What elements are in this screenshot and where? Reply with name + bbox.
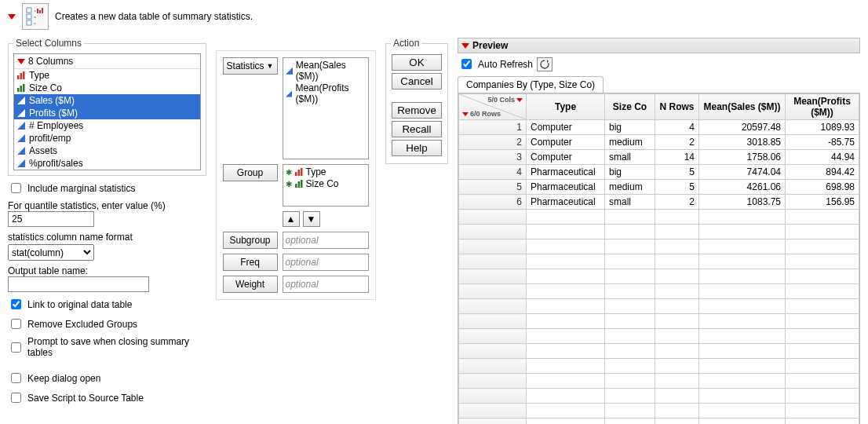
preview-table[interactable]: 5/0 Cols 6/0 Rows Type Size Co N Rows Me…: [458, 93, 859, 424]
svg-rect-11: [23, 84, 25, 92]
table-row: [459, 359, 859, 374]
keep-open-label: Keep dialog open: [27, 373, 100, 384]
weight-box[interactable]: optional: [283, 276, 369, 293]
col-header[interactable]: Mean(Sales ($M)): [699, 94, 786, 120]
quantile-input[interactable]: [8, 211, 94, 227]
save-script-label: Save Script to Source Table: [27, 393, 144, 404]
keep-open-checkbox[interactable]: [11, 373, 21, 383]
svg-marker-12: [17, 97, 25, 104]
table-row[interactable]: 6Pharmaceuticalsmall21083.75156.95: [459, 195, 859, 210]
preview-title: Preview: [472, 40, 508, 51]
weight-button[interactable]: Weight: [223, 276, 278, 293]
link-checkbox[interactable]: [11, 299, 21, 309]
preview-tab[interactable]: Companies By (Type, Size Co): [458, 76, 604, 93]
move-up-button[interactable]: ▲: [283, 211, 300, 227]
svg-rect-8: [23, 71, 25, 79]
auto-refresh-checkbox[interactable]: [461, 59, 472, 69]
column-item[interactable]: Size Co: [14, 82, 200, 94]
columns-count: 8 Columns: [28, 56, 73, 67]
column-item[interactable]: # Employees: [14, 119, 200, 132]
remove-excluded-checkbox[interactable]: [11, 319, 21, 329]
table-row[interactable]: 2Computermedium23018.85-85.75: [459, 135, 859, 150]
svg-rect-4: [39, 10, 41, 13]
table-row[interactable]: 5Pharmaceuticalmedium54261.06698.98: [459, 180, 859, 195]
move-down-button[interactable]: ▼: [303, 211, 320, 227]
svg-rect-6: [17, 75, 20, 79]
column-item[interactable]: Profits ($M): [14, 107, 200, 119]
ok-button[interactable]: OK: [392, 54, 442, 71]
col-header[interactable]: Size Co: [605, 94, 655, 120]
svg-rect-3: [37, 9, 38, 13]
column-item[interactable]: Assets: [14, 144, 200, 157]
link-label: Link to original data table: [27, 299, 132, 310]
action-group: Action OK Cancel Remove Recall Help: [385, 38, 448, 164]
refresh-icon[interactable]: [537, 57, 553, 71]
preview-disclosure-icon[interactable]: [461, 43, 469, 49]
subgroup-box[interactable]: optional: [283, 232, 369, 249]
disclosure-icon[interactable]: [8, 14, 16, 20]
select-columns-group: Select Columns 8 Columns TypeSize CoSale…: [8, 38, 206, 176]
remove-excluded-label: Remove Excluded Groups: [27, 319, 137, 330]
svg-rect-2: [27, 20, 31, 25]
statistics-box[interactable]: Mean(Sales ($M))Mean(Profits ($M)): [283, 57, 369, 159]
subgroup-button[interactable]: Subgroup: [223, 232, 278, 249]
freq-button[interactable]: Freq: [223, 254, 278, 271]
svg-rect-21: [297, 170, 300, 176]
preview-panel: Preview Auto Refresh Companies By (Type,…: [458, 38, 860, 424]
column-item[interactable]: %profit/sales: [14, 157, 200, 170]
table-row: [459, 419, 859, 425]
col-header[interactable]: Type: [527, 94, 605, 120]
table-row: [459, 239, 859, 254]
table-row: [459, 284, 859, 299]
svg-rect-0: [27, 8, 31, 13]
quantile-label: For quantile statistics, enter value (%): [8, 200, 206, 211]
statistics-item[interactable]: Mean(Profits ($M)): [286, 82, 366, 105]
table-row: [459, 374, 859, 389]
statistics-button[interactable]: Statistics▼: [223, 57, 278, 75]
group-item[interactable]: ✱Type: [286, 166, 366, 178]
col-header[interactable]: N Rows: [655, 94, 699, 120]
svg-rect-22: [301, 168, 303, 176]
include-marginal-label: Include marginal statistics: [27, 183, 135, 194]
auto-refresh-label: Auto Refresh: [478, 59, 533, 70]
cancel-button[interactable]: Cancel: [392, 73, 442, 90]
svg-rect-5: [42, 8, 43, 13]
table-row[interactable]: 3Computersmall141758.0644.94: [459, 150, 859, 165]
help-button[interactable]: Help: [392, 140, 442, 156]
table-row: [459, 344, 859, 359]
description-text: Creates a new data table of summary stat…: [55, 11, 253, 22]
column-item[interactable]: profit/emp: [14, 132, 200, 144]
table-row: [459, 389, 859, 404]
group-item[interactable]: ✱Size Co: [286, 178, 366, 190]
svg-marker-18: [286, 67, 293, 74]
table-row[interactable]: 4Pharmaceuticalbig57474.04894.42: [459, 165, 859, 180]
include-marginal-checkbox[interactable]: [11, 183, 21, 193]
columns-disclosure-icon[interactable]: [17, 59, 25, 64]
prompt-save-label: Prompt to save when closing summary tabl…: [27, 336, 206, 358]
recall-button[interactable]: Recall: [392, 121, 442, 137]
group-button[interactable]: Group: [223, 164, 278, 181]
svg-rect-9: [17, 88, 20, 92]
output-name-label: Output table name:: [8, 265, 206, 276]
table-row: [459, 210, 859, 225]
table-row: [459, 329, 859, 344]
colname-format-select[interactable]: stat(column): [8, 244, 94, 261]
table-row[interactable]: 1Computerbig420597.481089.93: [459, 120, 859, 135]
columns-listbox[interactable]: 8 Columns TypeSize CoSales ($M)Profits (…: [13, 53, 201, 170]
prompt-save-checkbox[interactable]: [11, 342, 21, 353]
svg-rect-24: [297, 181, 300, 188]
table-corner[interactable]: 5/0 Cols 6/0 Rows: [459, 94, 527, 120]
col-header[interactable]: Mean(Profits ($M)): [786, 94, 859, 120]
column-item[interactable]: Type: [14, 69, 200, 82]
svg-marker-19: [286, 90, 293, 97]
svg-rect-10: [20, 86, 23, 92]
save-script-checkbox[interactable]: [11, 393, 21, 403]
table-row: [459, 269, 859, 284]
group-box[interactable]: ✱Type✱Size Co: [283, 164, 369, 207]
freq-box[interactable]: optional: [283, 254, 369, 271]
remove-button[interactable]: Remove: [392, 102, 442, 119]
svg-marker-17: [17, 159, 25, 167]
column-item[interactable]: Sales ($M): [14, 94, 200, 107]
statistics-item[interactable]: Mean(Sales ($M)): [286, 60, 366, 82]
output-name-input[interactable]: [8, 276, 149, 292]
